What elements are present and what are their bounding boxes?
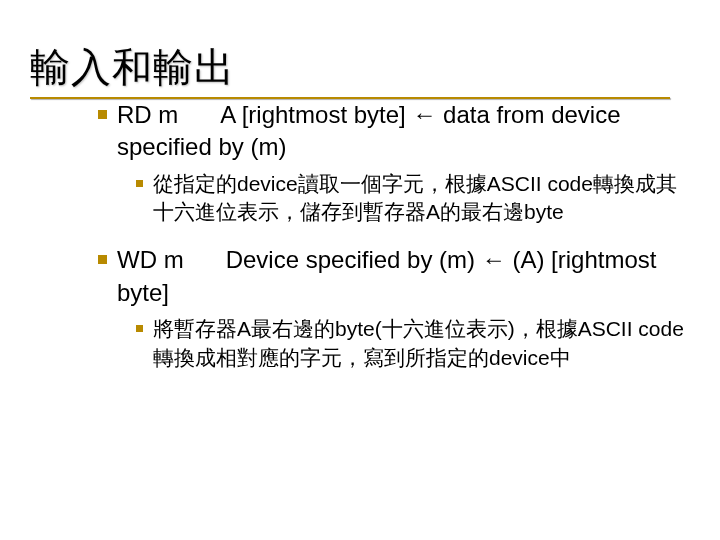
list-item: RD mA [rightmost byte] ← data from devic… [98,99,690,226]
square-bullet-icon [98,255,107,264]
square-bullet-icon [136,325,143,332]
item-main-text: WD mDevice specified by (m) ← (A) [right… [117,244,690,309]
item-prefix: RD m [117,101,178,128]
bullet-row: WD mDevice specified by (m) ← (A) [right… [98,244,690,309]
square-bullet-icon [98,110,107,119]
bullet-list-level2: 從指定的device讀取一個字元，根據ASCII code轉換成其十六進位表示，… [136,170,690,227]
item-prefix: WD m [117,246,184,273]
bullet-list-level1: RD mA [rightmost byte] ← data from devic… [98,99,690,372]
slide-title: 輸入和輸出 [30,40,690,95]
list-item: WD mDevice specified by (m) ← (A) [right… [98,244,690,371]
bullet-row: RD mA [rightmost byte] ← data from devic… [98,99,690,164]
item-sub-text: 從指定的device讀取一個字元，根據ASCII code轉換成其十六進位表示，… [153,170,690,227]
item-rest: Device specified by (m) ← (A) [rightmost… [117,246,656,305]
item-sub-text: 將暫存器A最右邊的byte(十六進位表示)，根據ASCII code轉換成相對應… [153,315,690,372]
bullet-list-level2: 將暫存器A最右邊的byte(十六進位表示)，根據ASCII code轉換成相對應… [136,315,690,372]
item-rest: A [rightmost byte] ← data from device sp… [117,101,621,160]
list-item: 將暫存器A最右邊的byte(十六進位表示)，根據ASCII code轉換成相對應… [136,315,690,372]
list-item: 從指定的device讀取一個字元，根據ASCII code轉換成其十六進位表示，… [136,170,690,227]
item-main-text: RD mA [rightmost byte] ← data from devic… [117,99,690,164]
title-block: 輸入和輸出 [30,40,690,99]
square-bullet-icon [136,180,143,187]
slide: 輸入和輸出 RD mA [rightmost byte] ← data from… [0,0,720,420]
